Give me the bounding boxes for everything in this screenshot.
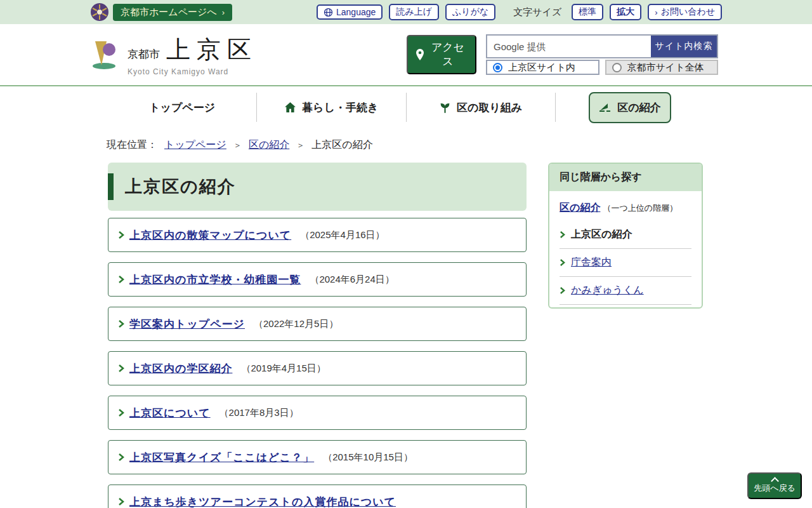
sidebar-office-guide-link[interactable]: 庁舎案内 [571,256,612,269]
page-title-box: 上京区の紹介 [108,163,527,211]
article-card: 上京区内の市立学校・幼稚園一覧 （2024年6月24日） [108,262,527,297]
breadcrumb-link-top-page[interactable]: トップページ [164,138,226,152]
article-link[interactable]: 上京区について [129,406,211,420]
main-column: 上京区の紹介 上京区内の散策マップについて （2025年4月16日） 上京区内の… [108,163,527,508]
font-size-label: 文字サイズ [513,6,561,18]
article-card: 上京区写真クイズ「ここはどこ？」 （2015年10月15日） [108,440,527,474]
chevron-right-icon [118,497,124,506]
search-scope-citywide[interactable]: 京都市サイト全体 [605,60,719,75]
nav-item-ward-intro-cell: 区の紹介 [555,93,704,122]
breadcrumb: 現在位置： トップページ ＞ 区の紹介 ＞ 上京区の紹介 [107,138,812,152]
sidebar-item-kamigyu-kun[interactable]: かみぎゅうくん [560,277,691,305]
article-link[interactable]: 上京区内の学区紹介 [129,361,232,376]
nav-ward-intro-label: 区の紹介 [617,100,660,115]
nav-item-ward-initiatives[interactable]: 区の取り組み [406,93,555,122]
article-date: （2022年12月5日） [254,318,338,330]
access-button[interactable]: アクセス [407,35,476,74]
sidebar-same-level: 同じ階層から探す 区の紹介 （一つ上位の階層） 上京区の紹介 庁舎案内 [548,163,703,309]
font-size-large-label: 拡大 [617,6,634,18]
furigana-button[interactable]: ふりがな [445,4,495,20]
chevron-right-icon [118,453,124,462]
sidebar-parent-link[interactable]: 区の紹介 [560,201,600,215]
nav-item-living-procedures[interactable]: 暮らし・手続き [256,93,405,122]
breadcrumb-current: 上京区の紹介 [311,138,372,152]
article-link[interactable]: 学区案内トップページ [129,317,245,331]
logo-english-label: Kyoto City Kamigyo Ward [128,67,258,76]
header-tools: アクセス サイト内検索 上京区サイト内 京都市サイト全体 [407,34,718,75]
search-scope-ward-label: 上京区サイト内 [508,62,575,74]
logo-text: 京都市 上京区 Kyoto City Kamigyo Ward [128,34,258,76]
sidebar-kamigyu-kun-link[interactable]: かみぎゅうくん [571,284,644,297]
logo-city-label: 京都市 [128,47,160,62]
chevron-right-icon [118,408,124,417]
chevron-right-icon [118,231,124,239]
home-icon [284,102,296,114]
read-aloud-label: 読み上げ [396,6,432,18]
sidebar-item-ward-intro-current: 上京区の紹介 [560,221,691,249]
article-card: 上京区について （2017年8月3日） [108,396,527,430]
logo-ward-label: 上京区 [166,34,258,66]
font-size-standard-label: 標準 [579,6,596,18]
furigana-label: ふりがな [452,6,488,18]
font-size-large-button[interactable]: 拡大 [610,4,641,20]
page-title: 上京区の紹介 [125,175,236,198]
site-search: サイト内検索 上京区サイト内 京都市サイト全体 [486,34,718,75]
sidebar-current-label: 上京区の紹介 [571,228,632,241]
article-card: 上京まち歩きツアーコンテストの入賞作品について [108,485,527,508]
sidebar-item-office-guide[interactable]: 庁舎案内 [560,249,691,277]
article-link[interactable]: 上京区内の市立学校・幼稚園一覧 [129,272,301,287]
article-link[interactable]: 上京まち歩きツアーコンテストの入賞作品について [129,495,396,508]
chevron-right-icon [560,231,565,239]
breadcrumb-separator: ＞ [233,140,242,151]
search-submit-button[interactable]: サイト内検索 [651,36,717,57]
back-to-top-button[interactable]: 先頭へ戻る [747,472,802,499]
breadcrumb-separator: ＞ [296,140,304,151]
contact-label: お問い合わせ [661,6,715,18]
content-area: 上京区の紹介 上京区内の散策マップについて （2025年4月16日） 上京区内の… [108,163,812,508]
page: 京都市ホームページへ › Language 読み上げ ふりがな 文字サイズ 標準 [0,0,812,508]
sidebar-parent-note: （一つ上位の階層） [603,203,678,214]
nav-ward-initiatives-label: 区の取り組み [457,100,522,115]
site-header: 京都市 上京区 Kyoto City Kamigyo Ward アクセス [0,24,812,86]
article-card: 上京区内の散策マップについて （2025年4月16日） [108,218,527,252]
search-scope-ward[interactable]: 上京区サイト内 [486,60,599,75]
chevron-right-icon [560,258,565,267]
city-homepage-link-label: 京都市ホームページへ [121,6,217,18]
top-bar-tools: Language 読み上げ ふりがな 文字サイズ 標準 拡大 › お問い合わせ [317,4,722,20]
radio-unselected-icon [612,63,622,72]
sprout-icon [439,102,451,114]
font-size-standard-button[interactable]: 標準 [572,4,603,20]
read-aloud-button[interactable]: 読み上げ [389,4,439,20]
article-date: （2025年4月16日） [300,229,384,241]
search-scope-options: 上京区サイト内 京都市サイト全体 [486,60,718,75]
global-nav: トップページ 暮らし・手続き 区の取り組み [108,86,704,128]
top-utility-bar: 京都市ホームページへ › Language 読み上げ ふりがな 文字サイズ 標準 [0,0,812,24]
breadcrumb-prefix: 現在位置： [107,138,157,152]
ward-logo-mark-icon [90,39,119,70]
article-date: （2024年6月24日） [310,274,394,286]
chevron-right-icon [560,286,565,295]
search-input[interactable] [487,36,651,57]
globe-icon [324,8,333,17]
nav-living-procedures-label: 暮らし・手続き [302,100,378,115]
contact-button[interactable]: › お問い合わせ [648,4,722,20]
title-accent-bar [108,173,114,200]
nav-item-top-page[interactable]: トップページ [108,93,256,122]
city-homepage-link[interactable]: 京都市ホームページへ › [113,4,232,21]
nav-item-ward-intro[interactable]: 区の紹介 [589,92,671,123]
article-card: 学区案内トップページ （2022年12月5日） [108,307,527,341]
article-link[interactable]: 上京区写真クイズ「ここはどこ？」 [129,450,314,465]
article-card: 上京区内の学区紹介 （2019年4月15日） [108,351,527,385]
sidebar-body: 区の紹介 （一つ上位の階層） 上京区の紹介 庁舎案内 [549,191,702,307]
flag-icon [599,102,612,112]
article-link[interactable]: 上京区内の散策マップについて [129,228,291,243]
language-button[interactable]: Language [317,4,383,20]
sidebar-title: 同じ階層から探す [549,164,702,191]
chevron-right-icon [118,319,124,328]
article-date: （2015年10月15日） [323,451,413,464]
breadcrumb-link-ward-intro[interactable]: 区の紹介 [249,138,289,152]
site-logo[interactable]: 京都市 上京区 Kyoto City Kamigyo Ward [90,34,258,76]
chevron-right-icon: › [222,8,225,17]
chevron-right-icon: › [655,8,657,17]
search-scope-citywide-label: 京都市サイト全体 [627,62,704,74]
